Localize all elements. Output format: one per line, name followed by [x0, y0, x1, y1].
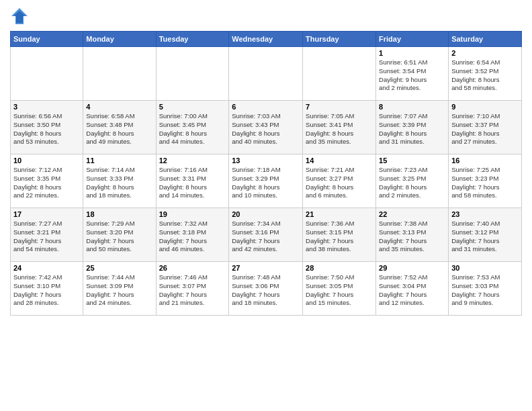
calendar-cell: 28Sunrise: 7:50 AM Sunset: 3:05 PM Dayli…	[303, 262, 376, 316]
day-number: 20	[232, 210, 300, 218]
day-info: Sunrise: 7:05 AM Sunset: 3:41 PM Dayligh…	[306, 112, 373, 146]
day-info: Sunrise: 7:38 AM Sunset: 3:13 PM Dayligh…	[379, 220, 445, 254]
day-info: Sunrise: 6:51 AM Sunset: 3:54 PM Dayligh…	[379, 58, 445, 93]
calendar-cell	[156, 47, 229, 101]
calendar-cell: 15Sunrise: 7:23 AM Sunset: 3:25 PM Dayli…	[376, 154, 449, 208]
day-number: 12	[159, 156, 226, 165]
day-number: 27	[232, 264, 300, 272]
day-number: 25	[86, 264, 152, 272]
calendar-week-row: 3Sunrise: 6:56 AM Sunset: 3:50 PM Daylig…	[11, 101, 522, 154]
day-number: 26	[159, 264, 226, 272]
calendar-cell: 27Sunrise: 7:48 AM Sunset: 3:06 PM Dayli…	[229, 262, 303, 316]
header	[10, 7, 522, 26]
day-number: 13	[232, 156, 300, 165]
day-number: 22	[379, 210, 445, 218]
day-info: Sunrise: 7:42 AM Sunset: 3:10 PM Dayligh…	[13, 273, 80, 308]
day-number: 14	[306, 156, 373, 165]
calendar-cell	[303, 47, 376, 101]
calendar-week-row: 17Sunrise: 7:27 AM Sunset: 3:21 PM Dayli…	[11, 208, 522, 262]
weekday-header: Friday	[376, 32, 449, 47]
calendar-cell: 30Sunrise: 7:53 AM Sunset: 3:03 PM Dayli…	[449, 262, 522, 316]
day-info: Sunrise: 7:44 AM Sunset: 3:09 PM Dayligh…	[86, 273, 152, 308]
day-number: 16	[451, 156, 519, 165]
day-info: Sunrise: 7:10 AM Sunset: 3:37 PM Dayligh…	[451, 112, 519, 146]
weekday-header: Monday	[83, 32, 156, 47]
day-info: Sunrise: 7:36 AM Sunset: 3:15 PM Dayligh…	[306, 220, 373, 254]
day-number: 15	[379, 156, 445, 165]
calendar-cell	[83, 47, 156, 101]
calendar-header-row: SundayMondayTuesdayWednesdayThursdayFrid…	[11, 32, 522, 47]
day-info: Sunrise: 7:07 AM Sunset: 3:39 PM Dayligh…	[379, 112, 445, 146]
calendar-cell: 5Sunrise: 7:00 AM Sunset: 3:45 PM Daylig…	[156, 101, 229, 154]
calendar-table: SundayMondayTuesdayWednesdayThursdayFrid…	[10, 31, 522, 316]
day-number: 4	[86, 103, 152, 111]
calendar-week-row: 1Sunrise: 6:51 AM Sunset: 3:54 PM Daylig…	[11, 47, 522, 101]
calendar-cell: 23Sunrise: 7:40 AM Sunset: 3:12 PM Dayli…	[449, 208, 522, 262]
day-info: Sunrise: 7:40 AM Sunset: 3:12 PM Dayligh…	[451, 220, 519, 254]
day-number: 1	[379, 49, 445, 57]
day-info: Sunrise: 7:18 AM Sunset: 3:29 PM Dayligh…	[232, 166, 300, 200]
calendar-cell: 12Sunrise: 7:16 AM Sunset: 3:31 PM Dayli…	[156, 154, 229, 208]
calendar-cell: 24Sunrise: 7:42 AM Sunset: 3:10 PM Dayli…	[11, 262, 83, 316]
day-number: 19	[159, 210, 226, 218]
day-info: Sunrise: 7:46 AM Sunset: 3:07 PM Dayligh…	[159, 273, 226, 308]
calendar-cell: 19Sunrise: 7:32 AM Sunset: 3:18 PM Dayli…	[156, 208, 229, 262]
calendar-cell: 20Sunrise: 7:34 AM Sunset: 3:16 PM Dayli…	[229, 208, 303, 262]
day-info: Sunrise: 7:34 AM Sunset: 3:16 PM Dayligh…	[232, 220, 300, 254]
day-info: Sunrise: 7:27 AM Sunset: 3:21 PM Dayligh…	[13, 220, 80, 254]
day-info: Sunrise: 7:03 AM Sunset: 3:43 PM Dayligh…	[232, 112, 300, 146]
calendar-cell: 1Sunrise: 6:51 AM Sunset: 3:54 PM Daylig…	[376, 47, 449, 101]
weekday-header: Saturday	[449, 32, 522, 47]
day-number: 23	[451, 210, 519, 218]
calendar-cell: 29Sunrise: 7:52 AM Sunset: 3:04 PM Dayli…	[376, 262, 449, 316]
day-info: Sunrise: 7:21 AM Sunset: 3:27 PM Dayligh…	[306, 166, 373, 200]
calendar-cell: 18Sunrise: 7:29 AM Sunset: 3:20 PM Dayli…	[83, 208, 156, 262]
calendar-cell: 13Sunrise: 7:18 AM Sunset: 3:29 PM Dayli…	[229, 154, 303, 208]
calendar-cell: 9Sunrise: 7:10 AM Sunset: 3:37 PM Daylig…	[449, 101, 522, 154]
day-number: 6	[232, 103, 300, 111]
day-info: Sunrise: 6:58 AM Sunset: 3:48 PM Dayligh…	[86, 112, 152, 146]
calendar-cell: 14Sunrise: 7:21 AM Sunset: 3:27 PM Dayli…	[303, 154, 376, 208]
day-number: 24	[13, 264, 80, 272]
calendar-week-row: 10Sunrise: 7:12 AM Sunset: 3:35 PM Dayli…	[11, 154, 522, 208]
calendar-cell: 4Sunrise: 6:58 AM Sunset: 3:48 PM Daylig…	[83, 101, 156, 154]
day-info: Sunrise: 7:12 AM Sunset: 3:35 PM Dayligh…	[13, 166, 80, 200]
day-info: Sunrise: 7:16 AM Sunset: 3:31 PM Dayligh…	[159, 166, 226, 200]
calendar-cell	[11, 47, 83, 101]
calendar-cell: 7Sunrise: 7:05 AM Sunset: 3:41 PM Daylig…	[303, 101, 376, 154]
day-info: Sunrise: 7:52 AM Sunset: 3:04 PM Dayligh…	[379, 273, 445, 308]
calendar-cell: 11Sunrise: 7:14 AM Sunset: 3:33 PM Dayli…	[83, 154, 156, 208]
calendar-week-row: 24Sunrise: 7:42 AM Sunset: 3:10 PM Dayli…	[11, 262, 522, 316]
day-number: 10	[13, 156, 80, 165]
weekday-header: Wednesday	[229, 32, 303, 47]
calendar-cell: 26Sunrise: 7:46 AM Sunset: 3:07 PM Dayli…	[156, 262, 229, 316]
calendar-cell: 10Sunrise: 7:12 AM Sunset: 3:35 PM Dayli…	[11, 154, 83, 208]
calendar-cell: 8Sunrise: 7:07 AM Sunset: 3:39 PM Daylig…	[376, 101, 449, 154]
logo	[10, 7, 32, 26]
day-info: Sunrise: 7:50 AM Sunset: 3:05 PM Dayligh…	[306, 273, 373, 308]
calendar-cell	[229, 47, 303, 101]
calendar-cell: 3Sunrise: 6:56 AM Sunset: 3:50 PM Daylig…	[11, 101, 83, 154]
day-info: Sunrise: 7:29 AM Sunset: 3:20 PM Dayligh…	[86, 220, 152, 254]
weekday-header: Tuesday	[156, 32, 229, 47]
day-number: 29	[379, 264, 445, 272]
calendar-cell: 21Sunrise: 7:36 AM Sunset: 3:15 PM Dayli…	[303, 208, 376, 262]
calendar-cell: 17Sunrise: 7:27 AM Sunset: 3:21 PM Dayli…	[11, 208, 83, 262]
day-number: 28	[306, 264, 373, 272]
day-number: 7	[306, 103, 373, 111]
day-number: 2	[451, 49, 519, 57]
day-info: Sunrise: 6:54 AM Sunset: 3:52 PM Dayligh…	[451, 58, 519, 93]
day-info: Sunrise: 7:23 AM Sunset: 3:25 PM Dayligh…	[379, 166, 445, 200]
day-number: 9	[451, 103, 519, 111]
day-number: 21	[306, 210, 373, 218]
day-info: Sunrise: 7:14 AM Sunset: 3:33 PM Dayligh…	[86, 166, 152, 200]
day-number: 8	[379, 103, 445, 111]
day-number: 17	[13, 210, 80, 218]
day-number: 5	[159, 103, 226, 111]
calendar-cell: 6Sunrise: 7:03 AM Sunset: 3:43 PM Daylig…	[229, 101, 303, 154]
calendar-cell: 16Sunrise: 7:25 AM Sunset: 3:23 PM Dayli…	[449, 154, 522, 208]
day-number: 3	[13, 103, 80, 111]
calendar-cell: 25Sunrise: 7:44 AM Sunset: 3:09 PM Dayli…	[83, 262, 156, 316]
page: SundayMondayTuesdayWednesdayThursdayFrid…	[0, 0, 532, 411]
day-info: Sunrise: 7:48 AM Sunset: 3:06 PM Dayligh…	[232, 273, 300, 308]
